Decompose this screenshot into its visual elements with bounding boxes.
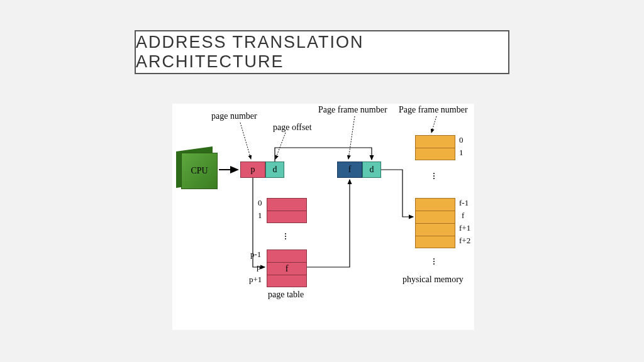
page-table-bottom-block: f bbox=[267, 250, 307, 287]
pt-vdots-1: ··· bbox=[284, 233, 287, 241]
physical-offset-cell: d bbox=[362, 162, 381, 178]
pm-index-fp1: f+1 bbox=[459, 223, 470, 233]
label-page-frame-number-2: Page frame number bbox=[399, 105, 468, 115]
physical-memory-top-block bbox=[415, 135, 455, 160]
page-table-entry-f: f bbox=[267, 264, 306, 274]
pm-index-f: f bbox=[462, 211, 464, 221]
cpu-label: CPU bbox=[191, 166, 208, 176]
cpu-block: CPU bbox=[181, 153, 218, 189]
svg-line-3 bbox=[348, 116, 355, 159]
title-box: ADDRESS TRANSLATION ARCHITECTURE bbox=[135, 30, 509, 74]
svg-line-2 bbox=[275, 133, 286, 159]
pt-index-0: 0 bbox=[258, 198, 262, 208]
pm-index-1: 1 bbox=[459, 148, 464, 158]
svg-line-1 bbox=[240, 123, 251, 159]
pt-index-p: p bbox=[257, 262, 261, 272]
pt-index-pp1: p+1 bbox=[249, 275, 262, 285]
label-page-offset: page offset bbox=[273, 123, 312, 133]
pm-vdots-2: ··· bbox=[433, 258, 435, 266]
page-title: ADDRESS TRANSLATION ARCHITECTURE bbox=[136, 33, 508, 72]
physical-f-text: f bbox=[348, 165, 352, 175]
svg-line-4 bbox=[431, 116, 436, 133]
logical-p-text: p bbox=[251, 165, 255, 175]
pm-index-fm1: f-1 bbox=[459, 198, 469, 208]
page-table-top-block bbox=[267, 198, 307, 223]
diagram-area: CPU p d f d page number page offset Page… bbox=[172, 104, 474, 330]
label-page-frame-number-1: Page frame number bbox=[318, 105, 387, 115]
pt-index-pm1: p-1 bbox=[250, 250, 261, 260]
frame-number-cell: f bbox=[337, 162, 362, 178]
logical-offset-cell: d bbox=[265, 162, 284, 178]
pm-index-0: 0 bbox=[459, 135, 464, 145]
pt-index-1: 1 bbox=[258, 211, 262, 221]
logical-d-text: d bbox=[273, 165, 277, 175]
pm-index-fp2: f+2 bbox=[459, 236, 470, 246]
physical-d-text: d bbox=[370, 165, 374, 175]
label-physical-memory: physical memory bbox=[402, 275, 464, 285]
pm-vdots-1: ··· bbox=[433, 173, 435, 180]
logical-page-number-cell: p bbox=[240, 162, 265, 178]
label-page-number: page number bbox=[211, 111, 257, 121]
physical-memory-mid-block bbox=[415, 198, 455, 248]
label-page-table: page table bbox=[268, 290, 304, 300]
